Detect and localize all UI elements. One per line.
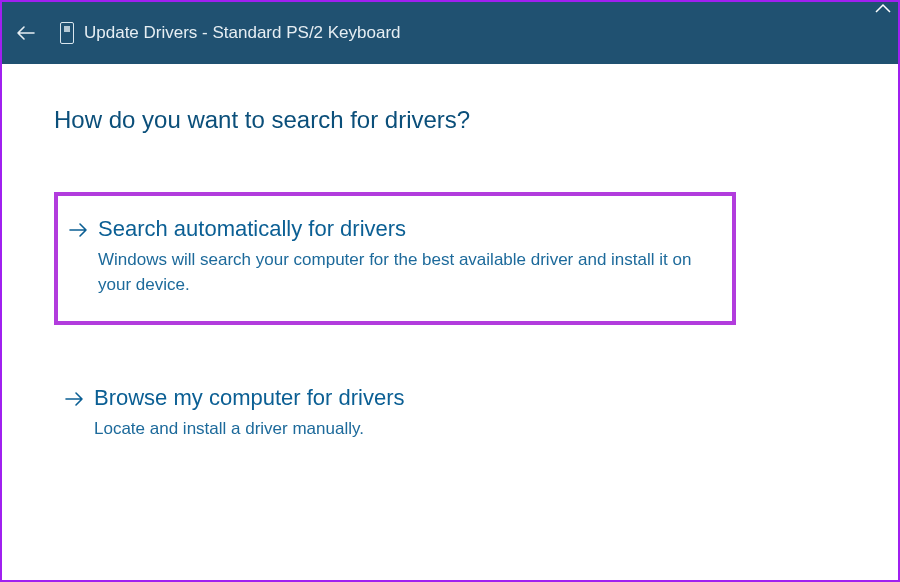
arrow-right-icon: [64, 389, 86, 413]
option-search-automatically[interactable]: Search automatically for drivers Windows…: [54, 192, 736, 325]
back-button[interactable]: [12, 19, 40, 47]
chevron-up-icon: [874, 0, 892, 16]
device-icon: [60, 22, 74, 44]
arrow-right-icon: [68, 220, 90, 244]
option-title: Search automatically for drivers: [98, 216, 714, 242]
content-area: How do you want to search for drivers? S…: [2, 64, 898, 520]
window-title: Update Drivers - Standard PS/2 Keyboard: [84, 23, 401, 43]
window-header: Update Drivers - Standard PS/2 Keyboard: [2, 2, 898, 64]
option-text: Browse my computer for drivers Locate an…: [94, 385, 726, 442]
option-description: Locate and install a driver manually.: [94, 417, 726, 442]
option-title: Browse my computer for drivers: [94, 385, 726, 411]
page-heading: How do you want to search for drivers?: [54, 106, 846, 134]
option-description: Windows will search your computer for th…: [98, 248, 714, 297]
option-text: Search automatically for drivers Windows…: [98, 216, 714, 297]
back-arrow-icon: [16, 25, 36, 41]
option-browse-computer[interactable]: Browse my computer for drivers Locate an…: [54, 377, 736, 452]
